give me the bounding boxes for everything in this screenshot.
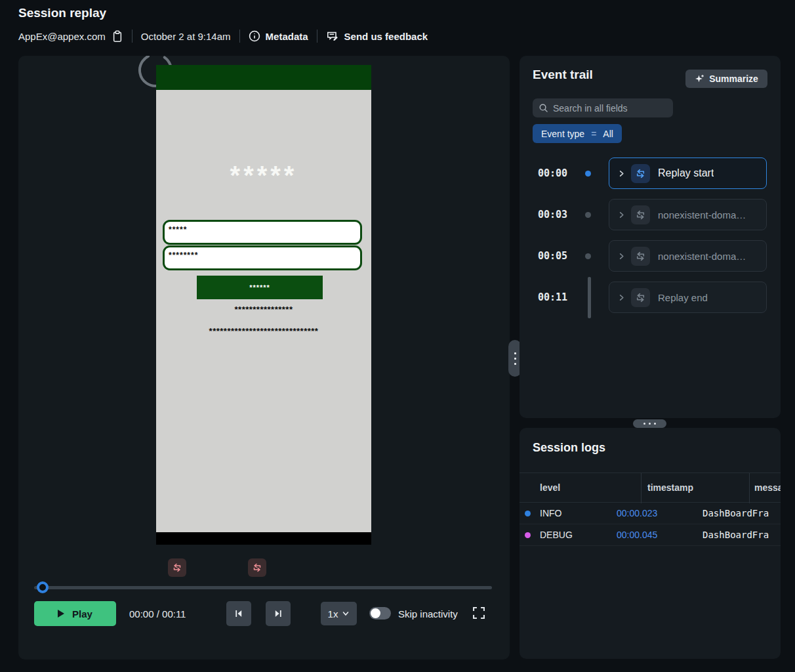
log-message: DashBoardFra bbox=[703, 508, 769, 518]
skip-inactivity-toggle[interactable] bbox=[369, 607, 391, 620]
toggle-knob bbox=[371, 608, 380, 618]
column-divider[interactable] bbox=[749, 473, 750, 503]
replayed-app-bottom-bar bbox=[156, 532, 371, 545]
masked-heading-text: ***** bbox=[156, 161, 371, 190]
event-search bbox=[533, 98, 673, 117]
skip-forward-icon bbox=[273, 608, 283, 619]
logs-table-header: level timestamp message bbox=[520, 472, 781, 503]
event-trail-title: Event trail bbox=[533, 68, 593, 82]
chevron-right-icon[interactable] bbox=[618, 294, 625, 301]
log-level-dot-info bbox=[525, 511, 531, 516]
replay-viewport: ***** ***** ******** ****** ************… bbox=[156, 65, 371, 545]
network-swap-icon bbox=[631, 205, 650, 224]
masked-input-2: ******** bbox=[163, 245, 362, 270]
skip-back-icon bbox=[234, 608, 244, 619]
event-dot bbox=[585, 212, 591, 218]
event-list-scrollbar-thumb[interactable] bbox=[588, 277, 591, 318]
event-time: 00:00 bbox=[538, 158, 567, 189]
log-level: DEBUG bbox=[540, 530, 573, 540]
session-date: October 2 at 9:14am bbox=[141, 31, 231, 42]
event-label: nonexistent-doma… bbox=[658, 209, 746, 220]
timeline-network-marker-2[interactable] bbox=[248, 558, 266, 577]
event-type-filter-chip[interactable]: Event type = All bbox=[533, 124, 622, 143]
event-label: nonexistent-doma… bbox=[658, 251, 746, 262]
header-meta: AppEx@appex.com October 2 at 9:14am Meta… bbox=[18, 28, 428, 45]
log-row[interactable]: INFO 00:00.023 DashBoardFra bbox=[520, 503, 781, 524]
replayed-app-screen: ***** ***** ******** ****** ************… bbox=[156, 90, 371, 532]
event-card-replay-start[interactable]: Replay start bbox=[609, 158, 767, 189]
replayed-app-header bbox=[156, 65, 371, 90]
event-card-network-1[interactable]: nonexistent-doma… bbox=[609, 199, 767, 230]
log-timestamp-link[interactable]: 00:00.023 bbox=[617, 508, 657, 518]
chevron-right-icon[interactable] bbox=[618, 170, 625, 177]
clipboard-copy-icon[interactable] bbox=[112, 30, 123, 43]
play-button[interactable]: Play bbox=[34, 601, 116, 626]
event-label: Replay end bbox=[658, 292, 708, 303]
masked-submit-button: ****** bbox=[197, 276, 323, 299]
column-header-level[interactable]: level bbox=[540, 482, 560, 493]
feedback-icon bbox=[326, 30, 339, 42]
column-header-timestamp[interactable]: timestamp bbox=[647, 482, 693, 493]
divider bbox=[317, 30, 317, 43]
replay-player-panel: ***** ***** ******** ****** ************… bbox=[18, 56, 510, 660]
network-swap-icon bbox=[631, 247, 650, 266]
fullscreen-button[interactable] bbox=[472, 606, 486, 620]
timeline-scrubber-handle[interactable] bbox=[37, 581, 49, 593]
summarize-button[interactable]: Summarize bbox=[685, 70, 767, 88]
timeline-network-marker-1[interactable] bbox=[168, 558, 186, 577]
event-card-replay-end[interactable]: Replay end bbox=[609, 282, 767, 313]
page-title: Session replay bbox=[18, 6, 106, 20]
timeline-track[interactable] bbox=[34, 586, 492, 589]
event-dot bbox=[585, 171, 591, 177]
log-message: DashBoardFra bbox=[703, 530, 769, 540]
event-time: 00:05 bbox=[538, 240, 567, 272]
sparkle-icon bbox=[695, 74, 704, 84]
column-header-message[interactable]: message bbox=[754, 482, 781, 493]
chevron-right-icon[interactable] bbox=[618, 253, 625, 260]
time-display: 00:00 / 00:11 bbox=[129, 601, 186, 626]
session-logs-title: Session logs bbox=[533, 441, 605, 455]
info-icon bbox=[249, 30, 260, 42]
column-divider[interactable] bbox=[641, 473, 642, 503]
session-replay-page: Session replay AppEx@appex.com October 2… bbox=[0, 0, 795, 672]
playback-speed-button[interactable]: 1x bbox=[321, 602, 357, 625]
search-icon bbox=[539, 103, 548, 113]
divider bbox=[239, 30, 240, 43]
event-row: 00:11 Replay end bbox=[520, 282, 781, 313]
log-level: INFO bbox=[540, 508, 561, 518]
panel-resize-handle-horizontal[interactable] bbox=[633, 419, 666, 428]
log-timestamp-link[interactable]: 00:00.045 bbox=[617, 530, 657, 540]
log-level-dot-debug bbox=[525, 532, 531, 538]
masked-text-line-1: **************** bbox=[156, 304, 371, 314]
log-row[interactable]: DEBUG 00:00.045 DashBoardFra bbox=[520, 524, 781, 546]
chevron-down-icon bbox=[342, 610, 350, 618]
event-trail-panel: Event trail Summarize Event type = All 0… bbox=[520, 56, 781, 418]
network-swap-icon bbox=[631, 288, 650, 307]
event-dot bbox=[585, 253, 591, 259]
masked-text-line-2: ****************************** bbox=[156, 326, 371, 336]
skip-inactivity-label: Skip inactivity bbox=[398, 601, 458, 626]
send-feedback-button[interactable]: Send us feedback bbox=[326, 30, 428, 42]
skip-back-button[interactable] bbox=[226, 601, 251, 626]
event-time: 00:11 bbox=[538, 282, 567, 313]
event-row: 00:03 nonexistent-doma… bbox=[520, 199, 781, 230]
metadata-button[interactable]: Metadata bbox=[249, 30, 308, 42]
event-card-network-2[interactable]: nonexistent-doma… bbox=[609, 240, 767, 272]
fullscreen-icon bbox=[472, 606, 486, 620]
play-icon bbox=[58, 610, 64, 618]
session-logs-panel: Session logs level timestamp message INF… bbox=[520, 428, 781, 659]
event-label: Replay start bbox=[658, 167, 714, 179]
masked-input-1: ***** bbox=[163, 220, 362, 245]
user-email: AppEx@appex.com bbox=[18, 31, 106, 42]
event-row: 00:00 Replay start bbox=[520, 158, 781, 189]
skip-forward-button[interactable] bbox=[266, 601, 291, 626]
session-user: AppEx@appex.com bbox=[18, 30, 123, 43]
event-row: 00:05 nonexistent-doma… bbox=[520, 240, 781, 272]
chevron-right-icon[interactable] bbox=[618, 211, 625, 219]
divider bbox=[132, 30, 132, 43]
search-input[interactable] bbox=[553, 103, 667, 114]
network-swap-icon bbox=[631, 164, 650, 183]
event-time: 00:03 bbox=[538, 199, 567, 230]
